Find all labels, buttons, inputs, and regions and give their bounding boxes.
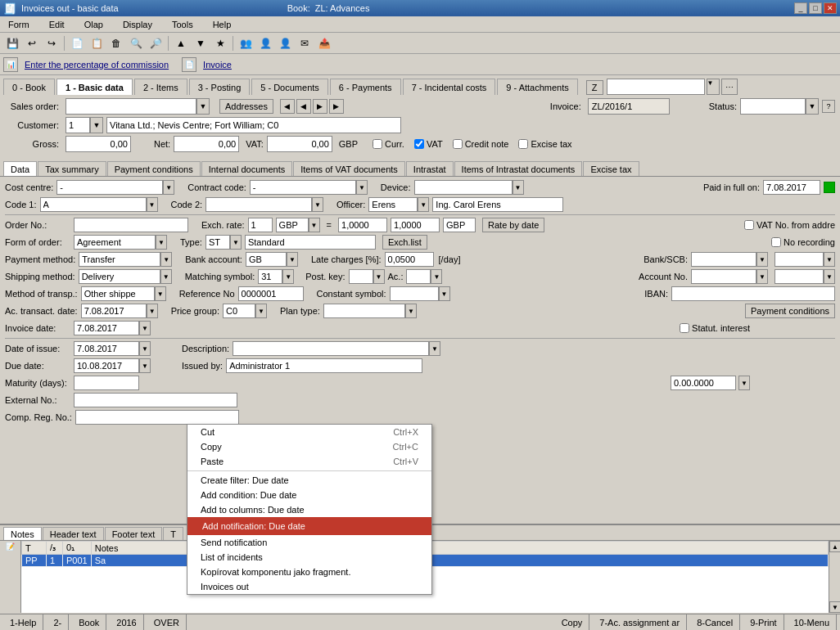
payment-method-input[interactable] [79, 252, 160, 267]
external-no-input[interactable] [74, 393, 237, 407]
contract-code-dropdown[interactable]: ▼ [356, 180, 368, 195]
ac-transact-dropdown[interactable]: ▼ [147, 304, 158, 318]
menu-tools[interactable]: Tools [167, 18, 198, 31]
status-menu[interactable]: 10-Menu [788, 614, 837, 630]
exch-rate-currency-dropdown[interactable]: ▼ [309, 218, 320, 232]
menu-form[interactable]: Form [3, 18, 34, 31]
customer-dropdown[interactable]: ▼ [90, 117, 103, 133]
ctx-create-filter[interactable]: Create filter: Due date [187, 473, 431, 488]
issued-by-input[interactable] [226, 358, 422, 373]
addr-icon4[interactable]: ▶ [329, 99, 344, 114]
status-dropdown[interactable]: ▼ [806, 98, 819, 115]
toolbar-save[interactable]: 💾 [3, 34, 21, 52]
ctx-add-condition[interactable]: Add condition: Due date [187, 488, 431, 502]
account-no-dropdown2[interactable]: ▼ [824, 269, 835, 284]
payment-conditions-button[interactable]: Payment conditions [745, 304, 835, 318]
toolbar-people[interactable]: 👥 [237, 34, 255, 52]
description-input[interactable] [233, 341, 429, 356]
statut-interest-checkbox[interactable] [680, 323, 689, 333]
code2-dropdown[interactable]: ▼ [312, 197, 323, 212]
account-no-dropdown[interactable]: ▼ [756, 269, 768, 284]
cost-centre-input[interactable] [56, 180, 163, 195]
order-no-input[interactable] [74, 218, 188, 232]
toolbar-person2[interactable]: 👤 [276, 34, 294, 52]
bank-scb-input[interactable] [691, 252, 756, 267]
scroll-down[interactable]: ▼ [829, 601, 840, 613]
type-input[interactable] [205, 235, 230, 250]
tab-documents[interactable]: 5 - Documents [251, 79, 328, 95]
toolbar-person[interactable]: 👤 [256, 34, 274, 52]
type-dropdown[interactable]: ▼ [230, 235, 242, 250]
inner-tab-excise[interactable]: Excise tax [583, 161, 639, 176]
plan-type-input[interactable] [323, 304, 405, 318]
shipping-method-input[interactable] [79, 269, 160, 284]
toolbar2-icon2[interactable]: 📄 [182, 57, 196, 72]
number-more[interactable]: ⋯ [721, 79, 738, 95]
notes-icon-1[interactable]: 📝 [6, 542, 15, 551]
toolbar-up[interactable]: ▲ [172, 34, 190, 52]
date-of-issue-input[interactable] [74, 341, 139, 356]
ctx-cut[interactable]: Cut Ctrl+X [187, 425, 431, 439]
constant-symbol-dropdown[interactable]: ▼ [439, 286, 450, 301]
toolbar-mail[interactable]: ✉ [296, 34, 314, 52]
ctx-add-to-columns[interactable]: Add to columns: Due date [187, 502, 431, 517]
matching-symbol-dropdown[interactable]: ▼ [282, 269, 294, 284]
menu-help[interactable]: Help [208, 18, 237, 31]
ctx-list-incidents[interactable]: List of incidents [187, 550, 431, 565]
invoice-label[interactable]: Invoice [200, 60, 235, 70]
inner-tab-data[interactable]: Data [3, 161, 37, 176]
customer-name-input[interactable] [106, 117, 401, 133]
sales-order-input[interactable] [65, 98, 196, 115]
constant-symbol-input[interactable] [390, 286, 439, 301]
maximize-button[interactable]: □ [809, 2, 822, 14]
device-dropdown[interactable]: ▼ [513, 180, 524, 195]
customer-id-input[interactable] [65, 117, 90, 133]
exch-list-button[interactable]: Exch.list [382, 235, 427, 250]
toolbar-delete[interactable]: 🗑 [107, 34, 125, 52]
paid-full-input[interactable] [763, 180, 820, 195]
shipping-method-dropdown[interactable]: ▼ [160, 269, 172, 284]
addr-icon1[interactable]: ◀ [280, 99, 295, 114]
post-key-input[interactable] [349, 269, 373, 284]
form-of-order-dropdown[interactable]: ▼ [156, 235, 167, 250]
bank-scb-dropdown[interactable]: ▼ [756, 252, 768, 267]
matching-symbol-input[interactable] [258, 269, 282, 284]
method-transp-input[interactable] [81, 286, 155, 301]
close-button[interactable]: ✕ [824, 2, 837, 14]
ctx-send-notification[interactable]: Send notification [187, 535, 431, 550]
status-ac-assign[interactable]: 7-Ac. assignment ar [593, 614, 687, 630]
inner-tab-intrastat[interactable]: Intrastat [406, 161, 454, 176]
comp-reg-no-input[interactable] [75, 410, 239, 425]
status-help[interactable]: ? [822, 100, 835, 113]
iban-input[interactable] [671, 286, 835, 301]
notes-tab-notes[interactable]: Notes [3, 527, 42, 540]
number-field[interactable] [607, 79, 705, 95]
officer-name-input[interactable] [432, 197, 563, 212]
code1-input[interactable] [40, 197, 147, 212]
toolbar-undo[interactable]: ↩ [23, 34, 41, 52]
code2-input[interactable] [205, 197, 312, 212]
tab-basic-data[interactable]: 1 - Basic data [56, 79, 133, 95]
due-date-input[interactable] [74, 358, 139, 373]
toolbar2-icon1[interactable]: 📊 [3, 57, 18, 72]
notes-tab-footer[interactable]: Footer text [105, 527, 163, 540]
vat-no-addre-checkbox[interactable] [744, 220, 754, 230]
ac-dropdown[interactable]: ▼ [431, 269, 442, 284]
payment-method-dropdown[interactable]: ▼ [160, 252, 172, 267]
price-group-input[interactable] [223, 304, 255, 318]
addr-icon2[interactable]: ◀ [296, 99, 311, 114]
status-cancel[interactable]: 8-Cancel [690, 614, 740, 630]
tab-book[interactable]: 0 - Book [3, 79, 55, 95]
curr-checkbox[interactable] [373, 139, 382, 149]
menu-olap[interactable]: Olap [79, 18, 108, 31]
price-group-dropdown[interactable]: ▼ [255, 304, 267, 318]
gross-input[interactable] [65, 136, 131, 152]
ac-input[interactable] [406, 269, 431, 284]
tab-items[interactable]: 2 - Items [134, 79, 187, 95]
status-copy[interactable]: Copy [555, 614, 590, 630]
ctx-paste[interactable]: Paste Ctrl+V [187, 454, 431, 469]
status-2[interactable]: 2- [47, 614, 69, 630]
tab-posting[interactable]: 3 - Posting [189, 79, 251, 95]
inner-tab-vat-items[interactable]: Items of VAT documents [293, 161, 405, 176]
addr-icon3[interactable]: ▶ [313, 99, 327, 114]
